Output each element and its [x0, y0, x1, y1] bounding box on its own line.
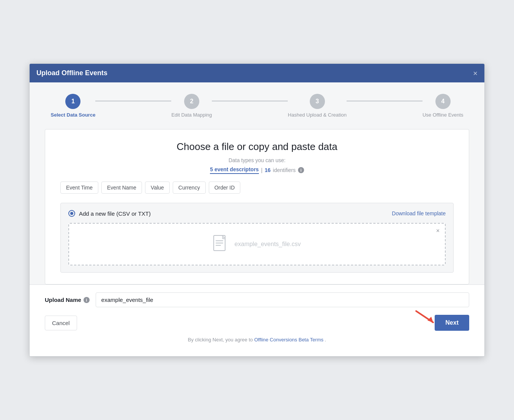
step-connector-2: [212, 101, 288, 101]
svg-rect-2: [216, 243, 223, 243]
file-upload-section: Add a new file (CSV or TXT) Download fil…: [60, 203, 454, 273]
modal-title: Upload Offline Events: [36, 69, 107, 77]
terms-link[interactable]: Offline Conversions Beta Terms: [254, 337, 323, 343]
stepper: 1 Select Data Source 2 Edit Data Mapping…: [45, 94, 469, 118]
file-document-icon: [213, 235, 229, 253]
upload-name-row: Upload Name i: [45, 292, 469, 307]
upload-name-input[interactable]: [96, 292, 469, 307]
data-types-label: Data types you can use:: [60, 157, 454, 163]
step-connector-1: [95, 101, 171, 101]
step-2: 2 Edit Data Mapping: [171, 94, 212, 118]
tag-value: Value: [145, 182, 170, 194]
event-descriptors-link[interactable]: 5 event descriptors: [210, 166, 259, 174]
info-icon[interactable]: i: [298, 167, 304, 173]
step-3-circle: 3: [310, 94, 325, 109]
placeholder-filename: example_events_file.csv: [235, 241, 301, 248]
identifiers-text: identifiers: [273, 167, 296, 173]
drop-zone-close[interactable]: ×: [436, 227, 440, 234]
upload-name-label: Upload Name i: [45, 297, 90, 303]
drop-zone[interactable]: × example_events_file.csv: [68, 223, 446, 265]
event-descriptors-text: event descriptors: [214, 166, 259, 172]
radio-dot-inner: [70, 212, 73, 215]
content-title: Choose a file or copy and paste data: [60, 141, 454, 153]
step-2-label: Edit Data Mapping: [171, 112, 212, 118]
step-3-label: Hashed Upload & Creation: [288, 112, 347, 118]
close-button[interactable]: ×: [473, 69, 478, 77]
file-radio-row: Add a new file (CSV or TXT) Download fil…: [68, 210, 446, 217]
upload-name-info-icon[interactable]: i: [84, 297, 90, 303]
modal: Upload Offline Events × 1 Select Data So…: [29, 63, 485, 357]
terms-period: .: [325, 337, 326, 343]
tag-event-time: Event Time: [60, 182, 98, 194]
arrow-indicator: [412, 307, 439, 328]
identifiers-count: 16: [265, 167, 271, 173]
terms-text: By clicking Next, you agree to: [188, 337, 253, 343]
step-1: 1 Select Data Source: [51, 94, 96, 118]
modal-body: 1 Select Data Source 2 Edit Data Mapping…: [30, 82, 484, 284]
file-icon: [213, 235, 229, 253]
step-4: 4 Use Offline Events: [423, 94, 463, 118]
tag-order-id: Order ID: [209, 182, 241, 194]
download-template-link[interactable]: Download file template: [392, 210, 446, 216]
step-1-label: Select Data Source: [51, 112, 96, 118]
file-radio-text: Add a new file (CSV or TXT): [79, 210, 151, 217]
step-connector-3: [347, 101, 423, 101]
event-descriptors-count: 5: [210, 166, 213, 172]
content-area: Choose a file or copy and paste data Dat…: [45, 129, 469, 284]
cancel-button[interactable]: Cancel: [45, 316, 77, 330]
next-button[interactable]: Next: [435, 315, 469, 331]
step-1-circle: 1: [65, 94, 80, 109]
radio-button[interactable]: [68, 210, 75, 217]
footer-area: Upload Name i Cancel Next By clicking Ne…: [30, 284, 484, 356]
step-3: 3 Hashed Upload & Creation: [288, 94, 347, 118]
step-4-circle: 4: [435, 94, 451, 109]
tag-currency: Currency: [173, 182, 206, 194]
separator: |: [261, 167, 263, 173]
step-4-label: Use Offline Events: [423, 112, 463, 118]
actions-row: Cancel Next: [45, 315, 469, 331]
tags-row: Event Time Event Name Value Currency Ord…: [60, 182, 454, 194]
data-types-row: 5 event descriptors | 16 identifiers i: [60, 166, 454, 174]
step-2-circle: 2: [184, 94, 199, 109]
tag-event-name: Event Name: [101, 182, 142, 194]
svg-rect-1: [216, 240, 223, 241]
file-radio-label[interactable]: Add a new file (CSV or TXT): [68, 210, 151, 217]
modal-header: Upload Offline Events ×: [30, 64, 484, 82]
svg-rect-3: [216, 245, 221, 246]
arrow-svg: [412, 307, 439, 326]
terms-row: By clicking Next, you agree to Offline C…: [45, 337, 469, 349]
